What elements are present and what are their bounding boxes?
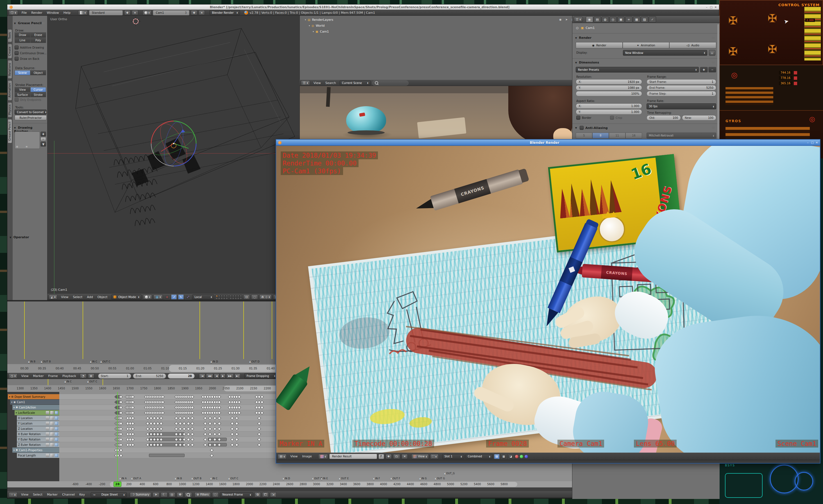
breadcrumb-object[interactable]: Cam1: [586, 26, 595, 30]
keyframe[interactable]: [178, 416, 182, 420]
delete-scene-button[interactable]: ✕: [199, 10, 205, 15]
modifier-wrench-icon[interactable]: [55, 416, 58, 420]
remove-preset-button[interactable]: −: [708, 67, 716, 72]
button-poly[interactable]: Poly: [30, 38, 46, 43]
menu-view[interactable]: View: [288, 455, 300, 458]
remove-brush-button[interactable]: −: [40, 137, 46, 141]
keyframe[interactable]: [213, 422, 217, 425]
dot-group-button[interactable]: ✥: [177, 492, 183, 497]
maximize-button[interactable]: □: [709, 6, 713, 9]
modifier-wrench-icon[interactable]: [55, 422, 58, 425]
field-y-[interactable]: Y:1.000: [576, 109, 642, 115]
filters-expander[interactable]: ⊕Filters: [194, 492, 210, 497]
menu-playback[interactable]: Playback: [60, 374, 78, 378]
layer-toggle[interactable]: [229, 295, 232, 297]
proportional-edit-button[interactable]: ◌: [212, 492, 219, 497]
tab-animation[interactable]: Animation: [8, 80, 12, 101]
aa-sample-5[interactable]: 5: [576, 133, 592, 139]
keyframe[interactable]: [190, 422, 194, 425]
channel-dope-sheet-summary[interactable]: ▾⊞Dope Sheet Summary: [8, 394, 59, 399]
keyframe[interactable]: [210, 448, 213, 452]
checkbox-icon[interactable]: [580, 126, 584, 130]
convert-to-geometry-button[interactable]: Convert to Geomet: [15, 110, 47, 115]
keyframe[interactable]: [159, 422, 163, 425]
expander-icon[interactable]: ▾: [16, 411, 17, 414]
mode-select[interactable]: Object Mode: [111, 295, 142, 300]
keyframe[interactable]: [131, 427, 135, 431]
expander-icon[interactable]: ▾: [313, 30, 314, 33]
alpha-channel-button[interactable]: ▦: [501, 454, 507, 459]
menu-window[interactable]: Window: [44, 11, 61, 15]
channel-cam1-properties[interactable]: ▾✽Cam1-Properties: [12, 448, 59, 453]
modifier-wrench-icon[interactable]: [55, 427, 58, 431]
keyframe[interactable]: [218, 433, 221, 436]
button-cursor[interactable]: Cursor: [30, 87, 46, 92]
menu-select[interactable]: Select: [31, 493, 45, 496]
minimize-button[interactable]: –: [704, 6, 709, 9]
button-scene[interactable]: Scene: [15, 70, 30, 75]
keyframe[interactable]: [131, 438, 135, 441]
expander-icon[interactable]: ▾: [309, 24, 310, 27]
button-object[interactable]: Object: [30, 70, 46, 75]
keyframe[interactable]: [213, 433, 217, 436]
keyframe[interactable]: [208, 427, 212, 431]
jump-end-button[interactable]: ▶|: [234, 373, 241, 378]
dimensions-panel-header[interactable]: ▼ Dimensions: [575, 61, 599, 64]
keyframe[interactable]: [204, 438, 207, 441]
mute-speaker-icon[interactable]: [50, 411, 54, 414]
delete-layout-button[interactable]: ✕: [132, 10, 138, 15]
keyframe[interactable]: [178, 427, 182, 431]
button-erase[interactable]: Erase: [30, 32, 46, 38]
field-end-frame-[interactable]: End Frame:5250: [647, 85, 716, 91]
mute-speaker-icon[interactable]: [50, 433, 54, 436]
zoom-button[interactable]: [185, 492, 192, 497]
keyframe[interactable]: [258, 416, 261, 420]
keyframe[interactable]: [204, 416, 207, 420]
option-draw-on-back[interactable]: Draw on Back: [15, 57, 47, 61]
scene-name-field[interactable]: Cam1 3: [153, 10, 189, 15]
keyframe[interactable]: [210, 454, 213, 457]
brush-list-box[interactable]: ⊕ ≡: [15, 132, 40, 149]
layer-toggle[interactable]: [215, 295, 218, 297]
checkbox-icon[interactable]: [15, 45, 19, 49]
tab-grease-pencil[interactable]: Grease Pencil: [8, 119, 12, 143]
field-old-[interactable]: Old:100: [647, 115, 681, 121]
menu-view[interactable]: View: [19, 374, 31, 378]
menu-help[interactable]: Help: [61, 11, 73, 15]
sync-mode-select[interactable]: Frame Dropping: [244, 373, 277, 378]
field-y-[interactable]: Y:1080 px: [576, 85, 642, 91]
modifier-wrench-icon[interactable]: [55, 438, 58, 441]
marker-out-e[interactable]: OUT E: [339, 477, 349, 480]
keyframe[interactable]: [260, 411, 264, 415]
keyframe[interactable]: [230, 443, 234, 447]
mute-speaker-icon[interactable]: [50, 427, 54, 431]
layer-toggle[interactable]: [215, 297, 218, 300]
keyframe[interactable]: [235, 438, 239, 441]
maximize-button[interactable]: □: [810, 141, 815, 144]
tab-render[interactable]: ◉: [586, 16, 593, 22]
render-presets-select[interactable]: Render Presets: [576, 67, 699, 72]
lock-to-scene-button[interactable]: ⊡: [243, 295, 250, 300]
crop-option[interactable]: Crop: [610, 116, 622, 120]
button-view[interactable]: View: [15, 87, 30, 92]
layer-toggle[interactable]: [234, 295, 237, 297]
layer-toggle[interactable]: [234, 297, 237, 300]
rgba-channels-button[interactable]: ▨: [494, 454, 500, 459]
add-preset-button[interactable]: ✚: [700, 67, 708, 72]
keyframe[interactable]: [260, 400, 264, 404]
outliner-item-cam1[interactable]: ▾▣Cam1: [313, 30, 329, 33]
keyframe[interactable]: [235, 427, 239, 431]
modifier-wrench-icon[interactable]: [55, 433, 58, 436]
new-image-button[interactable]: ✚: [385, 454, 392, 459]
keyframe[interactable]: [235, 433, 239, 436]
transform-orientation-select[interactable]: Local: [192, 295, 214, 300]
drag-handle-icon[interactable]: ≡: [26, 145, 28, 148]
keyframe[interactable]: [190, 438, 194, 441]
keyframe[interactable]: [153, 422, 156, 425]
close-button[interactable]: ✕: [815, 141, 819, 144]
layer-toggle[interactable]: [237, 297, 239, 300]
menu-frame[interactable]: Frame: [46, 374, 60, 378]
editor-type-button[interactable]: ⓘ: [9, 10, 18, 15]
keyframe[interactable]: [159, 416, 163, 420]
button-stroke[interactable]: Stroke: [30, 92, 46, 97]
